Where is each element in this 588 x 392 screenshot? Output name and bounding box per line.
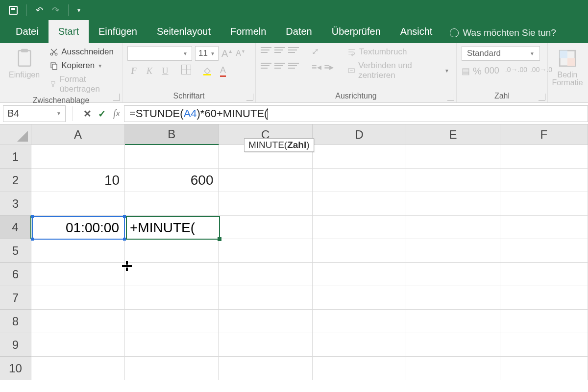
name-box[interactable]: B4 ▼ (3, 105, 66, 122)
increase-decimal-icon[interactable]: .0→.00 (505, 66, 527, 77)
cut-button[interactable]: Ausschneiden (48, 46, 117, 58)
cell[interactable] (313, 357, 406, 380)
tellme-search[interactable]: Was möchten Sie tun? (442, 27, 564, 43)
paste-button[interactable]: Einfügen (5, 46, 44, 95)
cell[interactable] (313, 216, 406, 239)
tab-data[interactable]: Daten (276, 20, 321, 43)
tab-formulas[interactable]: Formeln (220, 20, 276, 43)
cell[interactable] (406, 216, 500, 239)
enter-button[interactable]: ✓ (95, 106, 109, 121)
dialog-launcher-icon[interactable] (539, 94, 545, 100)
align-center-icon[interactable] (274, 62, 285, 70)
cell[interactable] (500, 169, 588, 192)
row-header[interactable]: 10 (0, 357, 31, 380)
percent-format-icon[interactable]: % (473, 66, 482, 77)
select-all-corner[interactable] (0, 124, 31, 145)
tab-insert[interactable]: Einfügen (89, 20, 147, 43)
dialog-launcher-icon[interactable] (113, 94, 120, 100)
cell[interactable] (313, 263, 406, 286)
cell[interactable] (406, 333, 500, 357)
cell[interactable] (125, 192, 219, 216)
cell[interactable] (500, 333, 588, 357)
col-header-F[interactable]: F (500, 124, 588, 145)
font-family-select[interactable]: ▼ (127, 46, 192, 61)
tab-view[interactable]: Ansicht (391, 20, 442, 43)
cell[interactable] (500, 145, 588, 169)
cell[interactable] (500, 357, 588, 380)
cell-B2[interactable]: 600 (125, 169, 219, 192)
cell[interactable] (406, 192, 500, 216)
col-header-D[interactable]: D (313, 124, 406, 145)
dialog-launcher-icon[interactable] (447, 94, 454, 100)
cell[interactable] (31, 239, 125, 263)
wrap-text-button[interactable]: Textumbruch (345, 46, 451, 58)
row-header[interactable]: 5 (0, 239, 31, 263)
cell[interactable] (31, 145, 125, 169)
tab-review[interactable]: Überprüfen (322, 20, 391, 43)
cell[interactable] (125, 239, 219, 263)
fill-handle[interactable] (218, 237, 221, 241)
decrease-indent-icon[interactable]: ≡◂ (312, 62, 321, 73)
cell[interactable] (313, 145, 406, 169)
row-header[interactable]: 1 (0, 145, 31, 169)
cell[interactable] (219, 169, 312, 192)
col-header-B[interactable]: B (125, 124, 219, 145)
tab-pagelayout[interactable]: Seitenlayout (147, 20, 220, 43)
cell[interactable] (219, 239, 312, 263)
cell[interactable] (31, 263, 125, 286)
tab-file[interactable]: Datei (6, 20, 49, 43)
redo-button[interactable]: ↷ (52, 5, 59, 16)
cell[interactable] (406, 286, 500, 310)
row-header[interactable]: 3 (0, 192, 31, 216)
font-color-button[interactable]: A (217, 65, 229, 77)
col-header-A[interactable]: A (31, 124, 125, 145)
italic-button[interactable]: K (143, 65, 156, 77)
cell[interactable] (125, 145, 219, 169)
accounting-format-icon[interactable]: ▤ (462, 66, 470, 77)
cell[interactable] (406, 263, 500, 286)
cell[interactable] (31, 286, 125, 310)
cell[interactable] (500, 263, 588, 286)
align-left-icon[interactable] (261, 62, 271, 70)
cell[interactable] (406, 310, 500, 333)
row-header[interactable]: 6 (0, 263, 31, 286)
comma-format-icon[interactable]: 000 (485, 66, 499, 77)
row-header[interactable]: 9 (0, 333, 31, 357)
cell[interactable] (219, 263, 312, 286)
cell[interactable] (219, 357, 312, 380)
cell[interactable] (125, 333, 219, 357)
cell[interactable] (219, 192, 312, 216)
cell[interactable] (406, 145, 500, 169)
cell[interactable] (313, 239, 406, 263)
row-header[interactable]: 8 (0, 310, 31, 333)
cell[interactable] (500, 239, 588, 263)
increase-indent-icon[interactable]: ≡▸ (324, 62, 334, 73)
active-edit-cell[interactable]: +MINUTE( (126, 216, 220, 240)
cell[interactable] (406, 169, 500, 192)
row-header[interactable]: 2 (0, 169, 31, 192)
cell[interactable] (125, 310, 219, 333)
cell[interactable] (500, 216, 588, 239)
fill-color-button[interactable] (201, 65, 214, 77)
merge-center-button[interactable]: Verbinden und zentrieren ▼ (345, 60, 451, 81)
save-icon[interactable] (9, 6, 18, 15)
copy-button[interactable]: Kopieren ▼ (48, 60, 117, 72)
number-format-select[interactable]: Standard ▼ (462, 46, 540, 61)
cell[interactable] (219, 333, 312, 357)
orientation-icon[interactable]: ⤢ (312, 46, 319, 57)
format-painter-button[interactable]: Format übertragen (48, 74, 117, 95)
cell[interactable] (31, 357, 125, 380)
font-size-select[interactable]: 11▼ (195, 46, 219, 61)
cell[interactable] (313, 169, 406, 192)
align-right-icon[interactable] (288, 62, 299, 70)
cell[interactable] (219, 286, 312, 310)
bold-button[interactable]: F (127, 65, 140, 77)
row-header[interactable]: 7 (0, 286, 31, 310)
col-header-E[interactable]: E (406, 124, 500, 145)
cell[interactable] (406, 239, 500, 263)
qat-customize-button[interactable]: ▾ (77, 7, 80, 14)
cell[interactable] (313, 333, 406, 357)
borders-button[interactable] (181, 65, 191, 74)
cell[interactable] (31, 192, 125, 216)
cell-A4[interactable] (31, 216, 125, 239)
